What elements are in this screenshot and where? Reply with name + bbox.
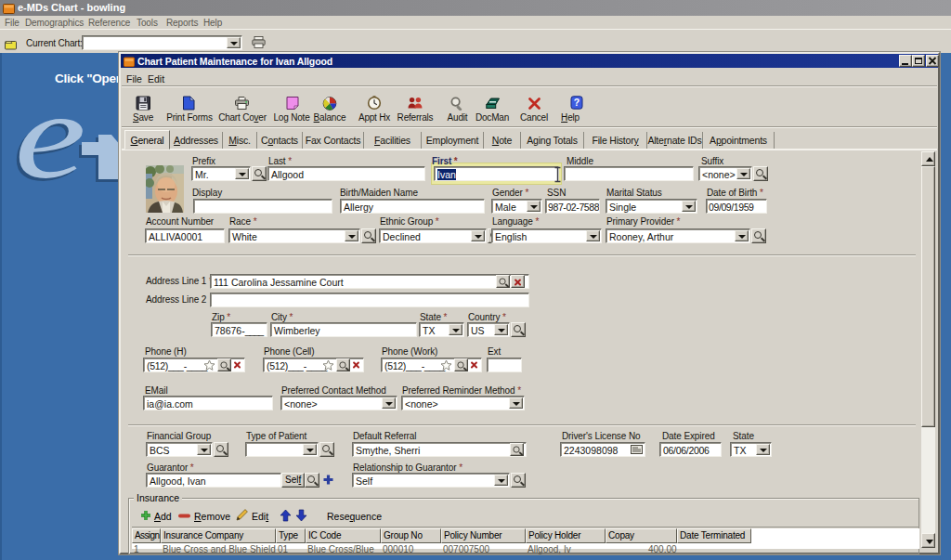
svg-text:?: ? <box>574 97 580 108</box>
svg-text:e: e <box>15 109 86 192</box>
